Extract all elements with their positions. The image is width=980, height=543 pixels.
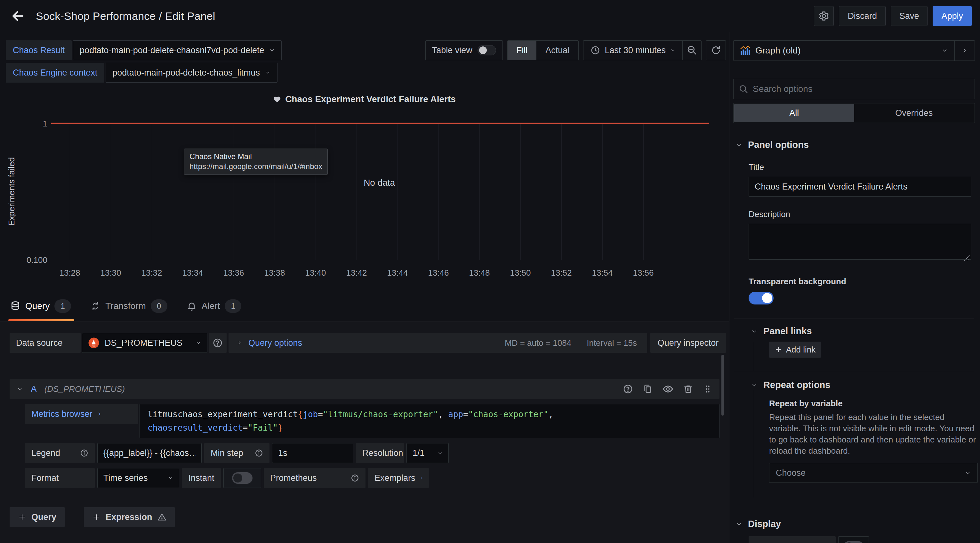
bars-toggle[interactable] [843,541,864,543]
topbar-actions: Discard Save Apply [814,6,972,26]
chevron-down-icon [196,340,201,346]
duplicate-icon[interactable] [643,384,653,394]
promql-code-editor[interactable]: litmuschaos_experiment_verdict{job="litm… [140,404,719,438]
table-view-toggle[interactable] [477,45,496,56]
add-expression-button[interactable]: Expression [84,507,175,527]
workspace: Chaos Result podtato-main-pod-delete-cha… [0,32,980,543]
section-title: Panel options [748,140,809,150]
query-options-label: Query options [248,338,302,348]
fill-option[interactable]: Fill [508,41,537,60]
variable-value-dropdown[interactable]: podtato-main-pod-delete-chaos_litmus [106,63,277,83]
y-axis-label: Experiments failed [5,123,18,260]
tab-transform[interactable]: Transform 0 [90,291,167,321]
tab-badge: 0 [151,299,167,313]
chevron-down-icon [965,470,971,476]
panel-links-header[interactable]: Panel links [751,326,975,336]
visualization-select[interactable]: Graph (old) [733,41,955,61]
panel-description-textarea[interactable] [749,224,971,260]
legend-input[interactable] [97,443,202,463]
panel-title: Chaos Experiment Verdict Failure Alerts [0,83,729,104]
query-options-stats: MD = auto = 1084 Interval = 15s [505,338,637,348]
tab-alert[interactable]: Alert 1 [186,291,242,321]
time-range-label: Last 30 minutes [605,45,666,56]
bars-toggle-cell [838,536,869,543]
min-step-input[interactable] [272,443,353,463]
chevron-down-icon [736,521,742,527]
query-row-header[interactable]: A (DS_PROMETHEUS) [10,379,719,399]
repeat-variable-select[interactable]: Choose [769,463,978,483]
chevron-down-icon [265,70,271,76]
instant-toggle[interactable] [232,472,253,484]
tab-query[interactable]: Query 1 [10,291,71,321]
x-axis-ticks: 13:2813:3013:3213:3413:3613:3813:4013:42… [51,268,709,279]
data-link-tooltip[interactable]: Chaos Native Mail https://mail.google.co… [184,148,328,175]
add-link-button[interactable]: Add link [769,342,821,358]
search-options-input[interactable] [753,84,969,94]
instant-field-label: Instant [182,468,221,488]
add-query-button[interactable]: Query [10,507,65,527]
table-view-control: Table view [425,40,503,60]
refresh-icon [711,45,721,56]
refresh-button[interactable] [706,40,726,60]
options-filter-tabs: All Overrides [733,103,975,123]
discard-button[interactable]: Discard [839,6,886,26]
resize-grip[interactable] [964,255,970,261]
format-select[interactable]: Time series [97,468,179,488]
help-circle-icon[interactable] [623,384,633,394]
tab-all[interactable]: All [734,104,854,122]
gear-icon [818,11,829,21]
repeat-options-header[interactable]: Repeat options [751,380,975,390]
panel-settings-button[interactable] [814,6,834,26]
format-field-label: Format [25,468,95,488]
metrics-browser-button[interactable]: Metrics browser [25,404,138,424]
query-inspector-button[interactable]: Query inspector [650,333,726,353]
collapse-pane-button[interactable] [955,41,975,61]
y-tick-label: 0.100 [0,255,48,265]
save-button[interactable]: Save [891,6,928,26]
datasource-label: Data source [10,333,81,353]
query-footer-buttons: Query Expression [10,507,726,527]
interval-text: Interval = 15s [587,338,637,348]
query-scrollbar-thumb[interactable] [721,355,724,416]
promql-code: litmuschaos_experiment_verdict{job="litm… [148,408,711,435]
variable-value-dropdown[interactable]: podtato-main-pod-delete-chaosnl7vd-pod-d… [73,40,282,60]
chevron-down-icon [269,48,275,53]
datasource-help-button[interactable] [209,333,227,353]
eye-icon[interactable] [662,384,673,395]
resolution-select[interactable]: 1/1 [406,443,449,463]
tab-label: Query [25,301,49,311]
chevron-down-icon [751,328,757,334]
apply-button[interactable]: Apply [932,6,972,26]
query-ref-datasource: (DS_PROMETHEUS) [45,384,125,394]
time-range-group: Last 30 minutes [583,40,702,60]
display-header[interactable]: Display [736,519,975,529]
repeat-options-content: Repeat by variable Repeat this panel for… [754,390,975,498]
x-tick-label: 13:44 [387,268,408,278]
divider [734,372,974,372]
drag-handle-icon[interactable] [703,384,713,394]
chevron-down-icon [736,142,742,148]
transform-icon [90,301,100,311]
back-arrow-icon[interactable] [10,8,26,24]
tab-overrides[interactable]: Overrides [854,104,974,122]
transparent-background-toggle[interactable] [749,292,773,304]
panel-links-content: Add link [754,342,975,371]
actual-option[interactable]: Actual [536,41,578,60]
divider [734,318,974,319]
panel-title-input[interactable] [749,177,971,197]
chart-plot-area[interactable]: No data [51,123,709,260]
resolution-field-label: Resolution [356,443,404,463]
zoom-out-button[interactable] [682,41,701,60]
chevron-down-icon [438,451,442,455]
x-tick-label: 13:38 [264,268,285,278]
variable-value: podtato-main-pod-delete-chaosnl7vd-pod-d… [80,45,264,56]
trash-icon[interactable] [683,384,693,394]
query-options-bar[interactable]: Query options MD = auto = 1084 Interval … [229,333,647,353]
exemplars-field[interactable]: Exemplars [368,468,429,488]
time-range-picker[interactable]: Last 30 minutes [584,41,682,60]
variable-label: Chaos Engine context [6,63,104,83]
bell-icon [186,301,197,311]
search-options-field[interactable] [733,79,975,99]
panel-options-header[interactable]: Panel options [736,140,975,150]
datasource-picker[interactable]: DS_PROMETHEUS [82,333,207,353]
